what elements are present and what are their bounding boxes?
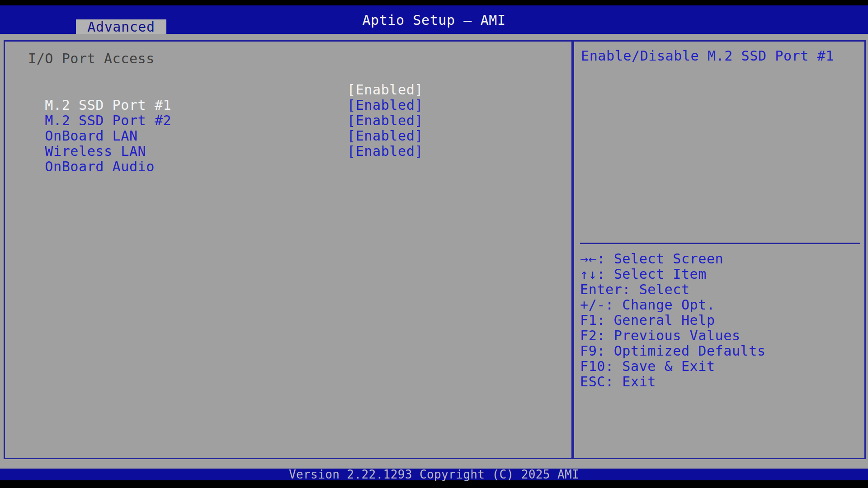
menu-item-value[interactable]: [Enabled] — [347, 128, 423, 144]
title-bar: Aptio Setup – AMI Advanced — [0, 5, 868, 34]
hotkey-change-opt: +/-: Change Opt. — [580, 297, 715, 313]
menu-item-value[interactable]: [Enabled] — [347, 144, 423, 159]
menu-item-m2-ssd-port-1[interactable]: M.2 SSD Port #1 [Enabled] — [28, 82, 561, 98]
hotkey-f9-optimized-defaults: F9: Optimized Defaults — [580, 343, 766, 359]
hotkey-f2-previous-values: F2: Previous Values — [580, 328, 741, 343]
menu-item-onboard-lan[interactable]: OnBoard LAN [Enabled] — [28, 113, 561, 128]
tab-advanced[interactable]: Advanced — [76, 19, 166, 34]
hotkey-f10-save-exit: F10: Save & Exit — [580, 359, 715, 374]
section-title: I/O Port Access — [28, 51, 155, 66]
menu-item-value[interactable]: [Enabled] — [347, 113, 423, 128]
version-text: Version 2.22.1293 Copyright (C) 2025 AMI — [289, 468, 579, 481]
menu-item-m2-ssd-port-2[interactable]: M.2 SSD Port #2 [Enabled] — [28, 98, 561, 113]
hotkey-f1-general-help: F1: General Help — [580, 313, 715, 328]
version-bar: Version 2.22.1293 Copyright (C) 2025 AMI — [0, 469, 868, 480]
menu-item-onboard-audio[interactable]: OnBoard Audio [Enabled] — [28, 144, 561, 159]
menu-item-value[interactable]: [Enabled] — [347, 82, 423, 98]
hotkey-enter-select: Enter: Select — [580, 282, 690, 297]
hotkey-select-screen: →←: Select Screen — [580, 251, 723, 267]
menu-item-value[interactable]: [Enabled] — [347, 98, 423, 113]
tab-advanced-label: Advanced — [87, 19, 155, 35]
hotkey-esc-exit: ESC: Exit — [580, 374, 656, 389]
menu-item-wireless-lan[interactable]: Wireless LAN [Enabled] — [28, 128, 561, 144]
hotkey-select-item: ↑↓: Select Item — [580, 267, 707, 282]
help-description: Enable/Disable M.2 SSD Port #1 — [581, 48, 859, 64]
help-divider — [580, 243, 860, 244]
help-panel — [573, 40, 866, 459]
menu-item-label: OnBoard Audio — [45, 159, 155, 174]
